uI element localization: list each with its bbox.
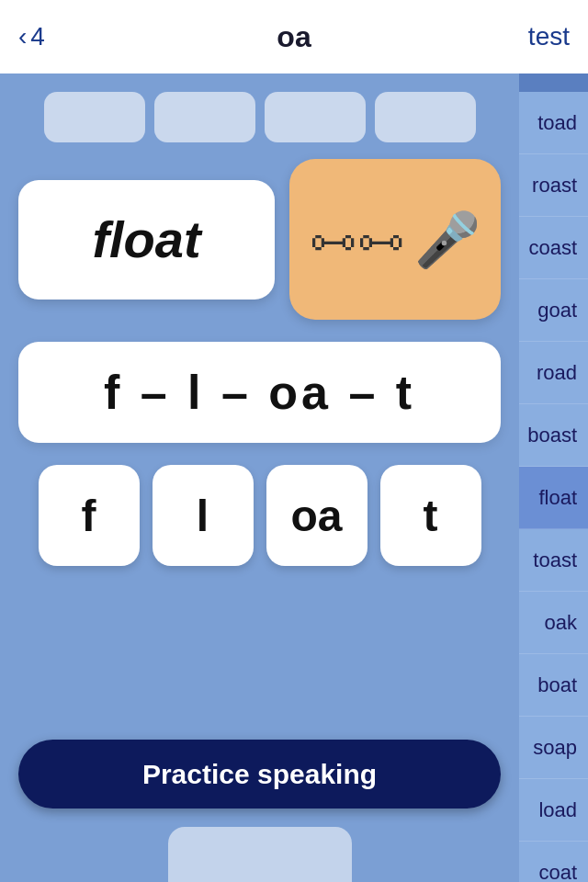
sidebar-item-oak[interactable]: oak (519, 592, 588, 654)
sidebar-item-label: goat (537, 299, 577, 322)
partial-card-1 (44, 92, 145, 142)
tile-oa[interactable]: oa (266, 465, 368, 566)
sidebar-item-toast[interactable]: toast (519, 529, 588, 592)
phoneme-card: f – l – oa – t (18, 342, 501, 443)
sidebar-item-label: coast (528, 236, 577, 260)
sidebar-item-roast[interactable]: roast (519, 154, 588, 217)
sidebar-item-label: soap (533, 736, 577, 760)
microphone-icon: 🎤 (414, 209, 481, 271)
tile-f[interactable]: f (39, 465, 140, 566)
back-number: 4 (30, 22, 45, 51)
sidebar-item-goat[interactable]: goat (519, 279, 588, 342)
sidebar-item-coast[interactable]: coast (519, 217, 588, 279)
back-button[interactable]: ‹ 4 (18, 22, 45, 51)
sidebar-item-label: oak (545, 611, 577, 635)
tile-oa-label: oa (290, 491, 342, 541)
back-chevron-icon: ‹ (18, 22, 27, 51)
sidebar-item-load[interactable]: load (519, 779, 588, 842)
word-mic-row: float ⧟⧟ 🎤 (18, 159, 501, 320)
sidebar: toad roast coast goat road boast float t… (519, 74, 588, 882)
tile-t[interactable]: t (380, 465, 481, 566)
practice-speaking-button[interactable]: Practice speaking (18, 740, 501, 808)
partial-card-3 (265, 92, 366, 142)
sidebar-item-float[interactable]: float (519, 467, 588, 529)
sidebar-item-label: roast (532, 174, 577, 198)
sound-waves-icon: ⧟⧟ (310, 212, 405, 267)
sidebar-item-coat[interactable]: coat (519, 842, 588, 882)
tiles-row: f l oa t (39, 465, 481, 566)
sidebar-item-label: float (538, 486, 577, 510)
sidebar-item-soap[interactable]: soap (519, 717, 588, 779)
tile-f-label: f (82, 491, 96, 541)
top-partial-row (18, 92, 501, 142)
header: ‹ 4 oa test (0, 0, 588, 74)
sidebar-item-toad[interactable]: toad (519, 92, 588, 154)
sidebar-item-road[interactable]: road (519, 342, 588, 404)
phoneme-text: f – l – oa – t (104, 365, 415, 420)
sidebar-item-label: boast (527, 424, 577, 447)
header-title: oa (277, 20, 311, 54)
sidebar-header-band (519, 74, 588, 92)
test-button[interactable]: test (528, 22, 570, 51)
sidebar-item-label: coat (538, 861, 577, 883)
sidebar-item-label: load (538, 798, 577, 822)
sidebar-item-label: road (537, 361, 577, 385)
sidebar-item-label: boat (537, 673, 577, 697)
bottom-partial-card (168, 827, 352, 882)
word-card: float (18, 180, 275, 300)
word-text: float (92, 209, 200, 269)
sidebar-item-label: toast (533, 548, 577, 572)
practice-button-label: Practice speaking (142, 759, 377, 790)
tile-t-label: t (424, 491, 438, 541)
main-area: float ⧟⧟ 🎤 f – l – oa – t f l oa t (0, 74, 588, 882)
content-area: float ⧟⧟ 🎤 f – l – oa – t f l oa t (0, 74, 519, 882)
mic-button[interactable]: ⧟⧟ 🎤 (289, 159, 501, 320)
sidebar-item-label: toad (537, 111, 577, 135)
tile-l[interactable]: l (153, 465, 254, 566)
sidebar-item-boast[interactable]: boast (519, 404, 588, 467)
tile-l-label: l (197, 491, 209, 541)
sidebar-item-boat[interactable]: boat (519, 654, 588, 717)
partial-card-4 (375, 92, 476, 142)
partial-card-2 (154, 92, 255, 142)
